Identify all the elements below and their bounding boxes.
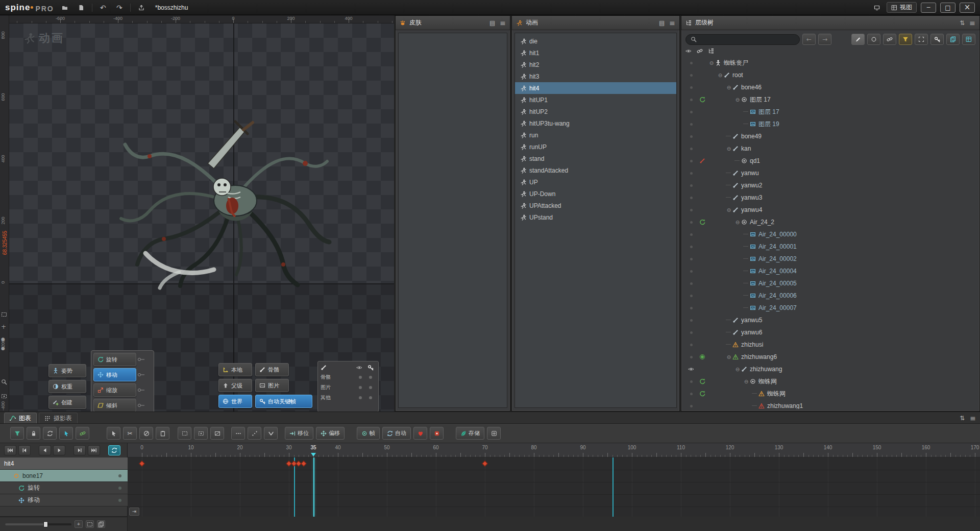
visibility-dot[interactable] (690, 356, 693, 358)
close-button[interactable]: × (960, 3, 975, 13)
track-bone[interactable]: bone17 (0, 470, 128, 482)
animation-item[interactable]: hitUP2 (515, 106, 676, 117)
heart-button[interactable] (413, 427, 427, 440)
box-dash-button[interactable] (194, 427, 208, 440)
tree-node[interactable]: ⊖kan (683, 142, 977, 155)
visibility-dot[interactable] (690, 380, 693, 383)
tree-node[interactable]: ⊖zhizhuwang (683, 363, 977, 375)
pointer-button[interactable] (107, 427, 120, 440)
grid-button[interactable] (962, 34, 975, 45)
collapse-toggle[interactable]: ⊖ (708, 60, 715, 66)
animation-list[interactable]: diehit1hit2hit3hit4hitUP1hitUP2hitUP3tu-… (514, 33, 677, 408)
handle-dot-icon[interactable]: ● (1, 337, 5, 342)
collapse-toggle[interactable]: ⊖ (717, 73, 724, 78)
zoom-in-icon[interactable]: + (1, 324, 6, 330)
collapse-toggle[interactable]: ⊖ (743, 379, 750, 384)
save-button[interactable]: 存储 (456, 427, 484, 440)
offset-button[interactable]: 偏移 (316, 427, 345, 440)
animation-item[interactable]: hit4 (515, 82, 676, 94)
tree-node[interactable]: yanwu2 (683, 179, 977, 191)
sort-icon[interactable]: ⇅ (960, 20, 965, 26)
visibility-dot[interactable] (690, 319, 693, 322)
tree-node[interactable]: bone49 (683, 130, 977, 142)
visibility-dot[interactable] (690, 331, 693, 334)
ban-button[interactable] (139, 427, 153, 440)
fit-button[interactable] (86, 520, 94, 528)
animation-item[interactable]: hitUP3tu-wang (515, 117, 676, 129)
compensate-toggle[interactable] (369, 376, 372, 379)
tree-node[interactable]: ⊖root (683, 69, 977, 81)
animation-item[interactable]: hit2 (515, 59, 676, 70)
panel-menu-icon[interactable]: ≡ (500, 19, 506, 27)
tree-node[interactable]: Air_24_00000 (683, 228, 977, 240)
tree-node[interactable]: 蜘蛛网 (683, 388, 977, 400)
button-移动[interactable]: 移动 (93, 368, 136, 381)
search-next-button[interactable]: → (818, 34, 831, 45)
new-project-icon[interactable] (76, 2, 87, 13)
viewport[interactable]: -600-400-2000200400 8006004002000-200-40… (0, 15, 394, 412)
animation-item[interactable]: runUP (515, 141, 676, 153)
view-button[interactable]: 视图 (887, 2, 917, 13)
collapse-toggle[interactable]: ⊖ (725, 207, 732, 213)
keyframe-diamond[interactable] (139, 461, 144, 466)
tab-dopesheet[interactable]: 摄影表 (39, 413, 78, 423)
visibility-dot[interactable] (690, 197, 693, 199)
animation-item[interactable]: stand (515, 153, 676, 164)
animation-item[interactable]: run (515, 129, 676, 141)
go-to-end-button[interactable] (88, 445, 100, 455)
button-缩放[interactable]: 缩放 (93, 383, 136, 397)
visibility-dot[interactable] (690, 184, 693, 187)
visibility-dot[interactable] (690, 258, 693, 260)
pages-button[interactable] (97, 520, 105, 528)
visibility-dot[interactable] (690, 246, 693, 248)
button-图片[interactable]: 图片 (255, 379, 289, 392)
key-indicator-dot[interactable] (118, 474, 121, 477)
visibility-dot[interactable] (690, 221, 693, 224)
button-权重[interactable]: 权重 (48, 380, 86, 393)
visibility-column-icon[interactable] (685, 48, 692, 54)
search-prev-button[interactable]: ← (802, 34, 816, 45)
animation-item[interactable]: UPstand (515, 211, 676, 223)
play-button[interactable] (53, 445, 65, 455)
show-keys-button[interactable] (930, 34, 944, 45)
compensate-toggle[interactable] (359, 396, 362, 399)
track-translate[interactable]: 移动 (0, 494, 128, 506)
button-自动关键帧[interactable]: 自动关键帧 (255, 395, 312, 408)
tree-list[interactable]: ⊖蜘蛛丧尸⊖root⊖bone46⊖图层 17图层 17图层 19bone49⊖… (683, 57, 977, 409)
animation-item[interactable]: UPAttacked (515, 200, 676, 211)
viewport-canvas[interactable]: 动画 (9, 23, 394, 412)
funnel-button[interactable] (10, 427, 24, 440)
go-to-start-button[interactable] (4, 445, 16, 455)
visibility-dot[interactable] (690, 233, 693, 236)
link-button[interactable] (76, 427, 89, 440)
skins-panel-header[interactable]: 皮肤 ▤ ≡ (396, 16, 510, 30)
collapse-toggle[interactable]: ⊖ (734, 367, 741, 372)
cursor-button[interactable] (59, 427, 73, 440)
loop-button[interactable] (108, 445, 120, 455)
link-column-icon[interactable] (697, 48, 703, 54)
open-project-icon[interactable] (59, 2, 70, 13)
vee-button[interactable] (264, 427, 278, 440)
visibility-dot[interactable] (690, 344, 693, 346)
visibility-dot[interactable] (690, 160, 693, 162)
dots-button[interactable] (231, 427, 245, 440)
undo-icon[interactable]: ↶ (97, 2, 109, 13)
animation-item[interactable]: standAttacked (515, 164, 676, 176)
skins-list[interactable] (398, 33, 507, 408)
tree-node[interactable]: yanwu3 (683, 191, 977, 204)
minimize-button[interactable]: ─ (921, 3, 936, 13)
collapse-toggle[interactable]: ⊖ (725, 146, 732, 152)
timeline-ruler[interactable]: 0102030405060708090100110120130140150160… (128, 443, 980, 457)
visibility-dot[interactable] (690, 148, 693, 150)
visibility-dot[interactable] (690, 282, 693, 285)
lock-button[interactable] (27, 427, 40, 440)
show-constraints-button[interactable] (883, 34, 896, 45)
animation-item[interactable]: hit3 (515, 70, 676, 82)
tab-graph[interactable]: 图表 (4, 413, 37, 423)
button-父级[interactable]: 父级 (218, 379, 252, 392)
panel-menu-icon[interactable]: ≡ (669, 19, 675, 27)
tree-column-icon[interactable] (708, 48, 714, 54)
tree-node[interactable]: Air_24_00007 (683, 302, 977, 314)
collapse-toggle[interactable]: ⊖ (734, 97, 741, 103)
maximize-button[interactable]: □ (940, 3, 955, 13)
